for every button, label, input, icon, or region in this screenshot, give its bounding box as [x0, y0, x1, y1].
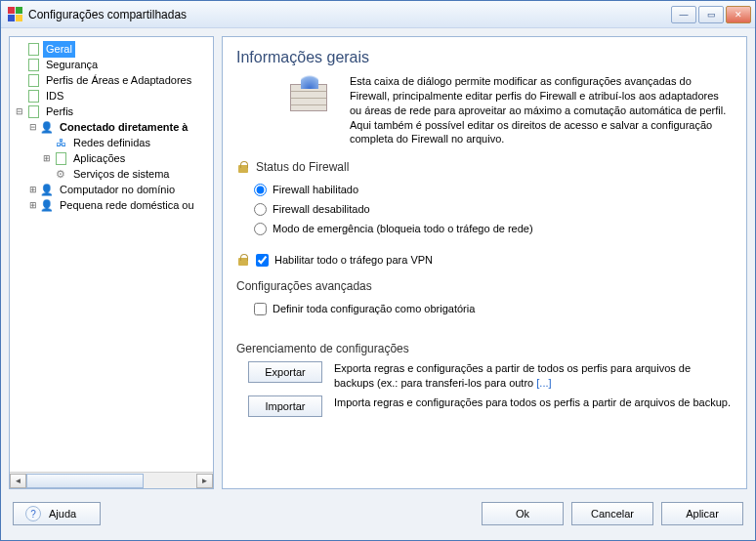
tree-item-computer-domain[interactable]: ⊞👤 Computador no domínio: [14, 182, 211, 197]
tree-item-label: Redes definidas: [70, 135, 153, 151]
tree-item-general[interactable]: Geral: [14, 41, 211, 57]
export-button[interactable]: Exportar: [248, 361, 322, 383]
tree-item-system-services[interactable]: ⚙ Serviços de sistema: [14, 166, 211, 182]
tree[interactable]: Geral Segurança Perfis de Áreas e Adapta…: [10, 37, 213, 471]
tree-item-label: Geral: [43, 41, 75, 58]
tree-item-security[interactable]: Segurança: [14, 57, 211, 72]
ok-button[interactable]: Ok: [482, 502, 564, 525]
tree-item-label: Segurança: [43, 57, 101, 73]
heading-label: Status do Firewall: [256, 160, 349, 174]
tree-item-label: Aplicações: [70, 150, 128, 167]
export-more-link[interactable]: [...]: [536, 377, 551, 389]
tree-item-label: Pequena rede doméstica ou: [57, 197, 197, 214]
tree-item-ids[interactable]: IDS: [14, 88, 211, 104]
checkbox-input[interactable]: [254, 303, 267, 315]
scroll-track[interactable]: [26, 474, 196, 488]
tree-item-areas-adapters[interactable]: Perfis de Áreas e Adaptadores: [14, 72, 211, 88]
content-panel: Informações gerais Esta caixa de diálogo…: [222, 36, 747, 489]
config-management-heading: Gerenciamento de configurações: [236, 342, 733, 355]
close-button[interactable]: ✕: [726, 6, 751, 23]
minimize-button[interactable]: —: [671, 6, 696, 23]
tree-item-applications[interactable]: ⊞ Aplicações: [14, 150, 211, 166]
firewall-status-group: Firewall habilitado Firewall desabilitad…: [254, 180, 733, 238]
app-icon: [7, 7, 22, 22]
tree-item-label: Serviços de sistema: [70, 166, 172, 183]
intro-block: Esta caixa de diálogo permite modificar …: [236, 74, 733, 146]
heading-label: Gerenciamento de configurações: [236, 342, 409, 355]
scroll-thumb[interactable]: [26, 474, 144, 488]
body: Geral Segurança Perfis de Áreas e Adapta…: [1, 28, 755, 497]
radio-label: Firewall desabilitado: [273, 203, 370, 215]
radio-label: Modo de emergência (bloqueia todo o tráf…: [273, 223, 533, 234]
dialog-window: Configurações compartilhadas — ▭ ✕ Geral…: [0, 0, 756, 541]
cancel-button[interactable]: Cancelar: [571, 502, 653, 525]
import-description: Importa regras e configurações para todo…: [334, 395, 731, 409]
import-button[interactable]: Importar: [248, 395, 322, 417]
config-management-section: Gerenciamento de configurações Exportar …: [236, 342, 733, 417]
radio-input[interactable]: [254, 203, 267, 216]
firewall-status-heading: Status do Firewall: [236, 160, 733, 174]
help-button[interactable]: ? Ajuda: [13, 502, 101, 525]
import-row: Importar Importa regras e configurações …: [248, 395, 733, 417]
heading-label: Configurações avançadas: [236, 279, 372, 293]
tree-item-profiles[interactable]: ⊟ Perfis: [14, 104, 211, 119]
export-row: Exportar Exporta regras e configurações …: [248, 361, 733, 390]
intro-text: Esta caixa de diálogo permite modificar …: [350, 74, 733, 146]
tree-item-label: Perfis de Áreas e Adaptadores: [43, 72, 194, 89]
network-icon: 🖧: [53, 136, 68, 149]
lock-icon: [236, 253, 250, 267]
page-title: Informações gerais: [236, 49, 733, 66]
dialog-footer: ? Ajuda Ok Cancelar Aplicar: [1, 497, 755, 540]
checkbox-label: Definir toda configuração como obrigatór…: [273, 303, 475, 314]
user-icon: 👤: [39, 183, 55, 196]
user-icon: 👤: [39, 120, 55, 134]
scroll-left-button[interactable]: ◄: [10, 474, 26, 488]
maximize-button[interactable]: ▭: [698, 6, 724, 23]
tree-item-defined-networks[interactable]: 🖧 Redes definidas: [14, 135, 211, 150]
checkbox-mandatory-config[interactable]: Definir toda configuração como obrigatór…: [254, 299, 733, 318]
vpn-row: Habilitar todo o tráfego para VPN: [236, 250, 733, 270]
radio-firewall-enabled[interactable]: Firewall habilitado: [254, 180, 733, 199]
radio-firewall-disabled[interactable]: Firewall desabilitado: [254, 199, 733, 219]
user-icon: 👤: [39, 198, 55, 212]
gear-icon: ⚙: [53, 167, 68, 181]
checkbox-label: Habilitar todo o tráfego para VPN: [274, 254, 433, 266]
radio-emergency-mode[interactable]: Modo de emergência (bloqueia todo o tráf…: [254, 219, 733, 238]
horizontal-scrollbar[interactable]: ◄ ►: [10, 472, 213, 488]
tree-item-connected-internet[interactable]: ⊟👤 Conectado diretamente à: [14, 119, 211, 135]
tree-item-label: Perfis: [43, 104, 76, 120]
window-title: Configurações compartilhadas: [28, 8, 671, 21]
lock-icon: [236, 160, 250, 174]
tree-item-label: Computador no domínio: [57, 182, 178, 198]
radio-label: Firewall habilitado: [273, 184, 358, 195]
tree-item-small-home-net[interactable]: ⊞👤 Pequena rede doméstica ou: [14, 197, 211, 213]
export-description: Exporta regras e configurações a partir …: [334, 361, 733, 390]
checkbox-input[interactable]: [256, 254, 269, 267]
help-icon: ?: [25, 506, 41, 521]
radio-input[interactable]: [254, 184, 267, 196]
checkbox-enable-vpn-traffic[interactable]: Habilitar todo o tráfego para VPN: [256, 250, 433, 270]
firewall-icon: [285, 74, 332, 121]
button-label: Ajuda: [49, 508, 76, 520]
titlebar[interactable]: Configurações compartilhadas — ▭ ✕: [1, 1, 755, 28]
tree-item-label: IDS: [43, 88, 66, 104]
description-text: Exporta regras e configurações a partir …: [334, 362, 691, 388]
advanced-settings-heading: Configurações avançadas: [236, 279, 733, 293]
tree-item-label: Conectado diretamente à: [57, 119, 190, 136]
apply-button[interactable]: Aplicar: [661, 502, 743, 525]
tree-panel: Geral Segurança Perfis de Áreas e Adapta…: [9, 36, 214, 489]
scroll-right-button[interactable]: ►: [196, 474, 213, 488]
radio-input[interactable]: [254, 223, 267, 235]
